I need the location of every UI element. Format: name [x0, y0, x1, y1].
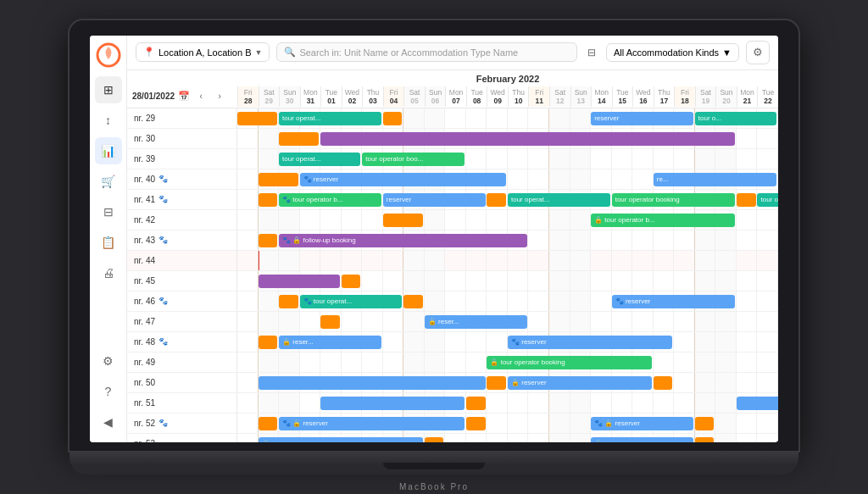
day-cell: [342, 393, 363, 413]
sidebar-item-home[interactable]: ⊞: [95, 76, 122, 103]
day-cell: [403, 373, 425, 392]
sidebar-item-print[interactable]: 🖨: [95, 259, 122, 286]
day-cell: [528, 271, 549, 291]
day-cell: [674, 312, 695, 331]
day-cell: [674, 129, 695, 148]
day-cell: [259, 291, 280, 311]
day-cell: [445, 230, 466, 250]
day-cell: [591, 352, 612, 372]
day-cell: [487, 414, 508, 433]
day-cell: [425, 251, 446, 270]
day-cell: [403, 352, 425, 372]
day-header-07: Mon07: [445, 86, 466, 107]
sidebar-item-settings[interactable]: ⚙: [95, 347, 122, 375]
day-header-29: Sat29: [259, 86, 280, 107]
day-cell: [570, 169, 592, 189]
next-arrow[interactable]: ›: [212, 89, 227, 104]
sidebar-item-collapse[interactable]: ◀: [95, 408, 122, 436]
day-cell: [320, 291, 342, 311]
laptop-brand: MacBook Pro: [399, 482, 469, 491]
day-cell: [570, 190, 592, 209]
day-cell: [715, 434, 737, 442]
day-cell: [632, 393, 654, 413]
day-cell: [279, 108, 300, 128]
day-cell: [528, 414, 549, 433]
day-cell: [695, 312, 716, 331]
day-cell: [570, 251, 592, 270]
day-cell: [508, 149, 529, 169]
day-cell: [300, 434, 321, 442]
day-cell: [279, 414, 300, 433]
screen-bezel: ⊞ ↕ 📊 🛒 ⊟ 📋 🖨 ⚙ ? ◀: [70, 20, 798, 451]
grid-row: nr. 30: [127, 129, 778, 149]
day-cell: [612, 332, 633, 352]
day-cell: [383, 230, 404, 250]
day-cell: [425, 312, 446, 331]
day-cell: [383, 251, 404, 270]
unit-label: nr. 52🐾: [127, 414, 237, 433]
day-cell: [612, 312, 633, 331]
sidebar-item-chart[interactable]: 📊: [95, 137, 122, 164]
day-cell: [632, 251, 654, 270]
day-cell: [737, 312, 758, 331]
day-cell: [757, 230, 778, 250]
day-cell: [342, 373, 363, 392]
unit-label: nr. 40🐾: [127, 169, 237, 189]
sidebar-item-grid[interactable]: ⊟: [95, 198, 122, 225]
calendar-picker-icon[interactable]: 📅: [178, 91, 190, 102]
day-cell: [300, 251, 321, 270]
day-cell: [383, 149, 404, 169]
day-cell: [757, 352, 778, 372]
day-cells: [237, 271, 778, 291]
day-cell: [320, 149, 342, 169]
day-cell: [715, 414, 737, 433]
day-cell: [674, 190, 695, 209]
day-cell: [362, 352, 383, 372]
grid-row: nr. 49🔒 tour operator booking: [127, 352, 778, 373]
day-cell: [487, 169, 508, 189]
sidebar-item-swap[interactable]: ↕: [95, 107, 122, 134]
day-cell: [654, 169, 675, 189]
day-cell: [487, 108, 508, 128]
day-cell: [737, 332, 758, 352]
day-cell: [654, 393, 675, 413]
sidebar-item-doc[interactable]: 📋: [95, 229, 122, 256]
day-cell: [632, 332, 654, 352]
day-cell: [383, 393, 404, 413]
day-cell: [466, 291, 487, 311]
sidebar-item-cart[interactable]: 🛒: [95, 168, 122, 195]
day-cell: [591, 414, 612, 433]
day-cell: [674, 332, 695, 352]
date-input[interactable]: 28/01/2022: [132, 92, 175, 101]
day-cells: [237, 251, 778, 270]
day-cell: [591, 149, 612, 169]
gear-button[interactable]: ⚙: [746, 41, 770, 64]
day-cell: [695, 169, 716, 189]
day-cell: [528, 108, 549, 128]
day-cell: [362, 414, 383, 433]
day-cell: [570, 434, 592, 442]
day-cell: [695, 149, 716, 169]
day-cell: [549, 230, 570, 250]
location-selector[interactable]: 📍 Location A, Location B ▼: [136, 42, 270, 62]
day-cell: [259, 312, 280, 331]
day-cell: [425, 149, 446, 169]
day-cells: 🔒 tour operator b...: [237, 210, 778, 230]
day-cell: [715, 373, 737, 392]
accommodation-selector[interactable]: All Accommodation Kinds ▼: [606, 43, 739, 62]
search-box[interactable]: 🔍 Search in: Unit Name or Accommodation …: [276, 42, 577, 62]
day-cell: [632, 149, 654, 169]
day-cell: [612, 434, 633, 442]
day-cell: [591, 251, 612, 270]
day-cell: [654, 149, 675, 169]
day-cell: [403, 230, 425, 250]
day-cell: [259, 373, 280, 392]
day-header-12: Sat12: [549, 86, 570, 107]
sidebar-item-help[interactable]: ?: [95, 378, 122, 405]
filter-button[interactable]: ⊟: [584, 43, 599, 62]
prev-arrow[interactable]: ‹: [193, 89, 209, 104]
day-cell: [715, 332, 737, 352]
day-cell: [612, 271, 633, 291]
day-cell: [737, 373, 758, 392]
day-cell: [528, 210, 549, 230]
